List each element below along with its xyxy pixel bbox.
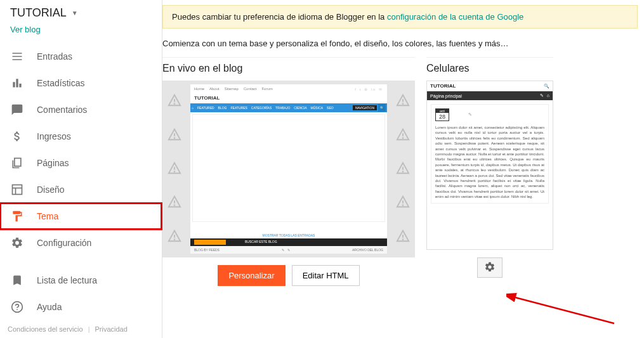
svg-point-18	[174, 239, 175, 240]
pencil-icon: ✎	[540, 93, 544, 98]
sidebar-item-label: Lista de lectura	[37, 275, 97, 285]
preview-side-right	[391, 81, 415, 257]
gear-icon	[484, 261, 496, 275]
google-account-settings-link[interactable]: configuración de la cuenta de Google	[387, 12, 523, 22]
chevron-down-icon: ▼	[72, 10, 78, 16]
svg-point-24	[403, 171, 404, 172]
warning-icon	[396, 161, 410, 177]
svg-rect-0	[13, 82, 15, 87]
stats-icon	[10, 76, 24, 90]
sidebar-item-earnings[interactable]: Ingresos	[0, 123, 162, 150]
svg-rect-4	[13, 185, 22, 195]
sidebar-item-theme[interactable]: Tema	[0, 203, 162, 230]
posts-icon	[10, 49, 24, 63]
sidebar-item-label: Entradas	[37, 51, 72, 62]
svg-point-14	[174, 171, 175, 172]
live-preview-panel: En vivo en el blog Home	[162, 57, 415, 286]
edit-html-button[interactable]: Editar HTML	[292, 265, 360, 286]
legal-links: Condiciones del servicio | Privacidad	[0, 320, 162, 338]
sidebar-item-label: Comentarios	[37, 105, 87, 115]
sidebar-item-posts[interactable]: Entradas	[0, 43, 162, 70]
main-content: Puedes cambiar tu preferencia de idioma …	[162, 0, 644, 338]
svg-point-28	[403, 239, 404, 240]
svg-rect-2	[19, 84, 21, 88]
sidebar-item-label: Configuración	[37, 238, 91, 248]
dollar-icon	[10, 129, 24, 143]
sidebar-item-reading-list[interactable]: Lista de lectura	[0, 267, 162, 294]
live-preview-title: En vivo en el blog	[162, 57, 415, 74]
sidebar-item-label: Ingresos	[37, 131, 71, 141]
sidebar-item-label: Diseño	[37, 185, 65, 195]
svg-rect-3	[15, 159, 21, 167]
mobile-settings-button[interactable]	[477, 257, 503, 278]
gear-icon	[10, 236, 24, 250]
warning-icon	[396, 127, 410, 143]
sidebar-item-stats[interactable]: Estadísticas	[0, 70, 162, 96]
sidebar-item-label: Tema	[37, 211, 58, 221]
sidebar-item-label: Páginas	[37, 158, 69, 168]
svg-point-8	[16, 309, 18, 310]
sidebar-item-pages[interactable]: Páginas	[0, 150, 162, 176]
svg-point-16	[174, 205, 175, 205]
comments-icon	[10, 103, 24, 117]
warning-icon	[396, 195, 410, 211]
sidebar-item-settings[interactable]: Configuración	[0, 230, 162, 256]
svg-point-10	[174, 103, 175, 104]
terms-link[interactable]: Condiciones del servicio	[8, 325, 83, 333]
sidebar-item-label: Estadísticas	[37, 78, 84, 88]
svg-point-12	[174, 138, 175, 138]
pencil-icon: ✎	[468, 112, 472, 117]
warning-icon	[168, 161, 181, 177]
theme-icon	[10, 209, 24, 223]
bookmark-icon	[10, 273, 24, 287]
warning-icon	[396, 229, 410, 245]
live-preview-screen[interactable]: Home About Sitemap Contact Forum f t ⊕ i…	[190, 84, 387, 254]
warning-icon	[168, 93, 181, 109]
sidebar-item-help[interactable]: Ayuda	[0, 294, 162, 320]
sidebar-item-layout[interactable]: Diseño	[0, 176, 162, 203]
warning-icon	[168, 127, 181, 143]
intro-text: Comienza con un tema base y personaliza …	[162, 39, 638, 48]
svg-rect-1	[16, 79, 18, 87]
warning-icon	[396, 93, 410, 109]
mobile-preview-screen[interactable]: TUTORIAL 🔍 Página principal ✎⌂ oct 28	[426, 81, 553, 250]
layout-icon	[10, 183, 24, 197]
mobile-preview-title: Celulares	[426, 57, 553, 74]
sidebar-item-comments[interactable]: Comentarios	[0, 96, 162, 123]
warning-icon	[168, 195, 181, 211]
help-icon	[10, 300, 24, 314]
customize-button[interactable]: Personalizar	[218, 265, 285, 286]
view-blog-link[interactable]: Ver blog	[0, 21, 162, 43]
warning-icon	[168, 229, 181, 245]
mobile-preview-panel: Celulares TUTORIAL 🔍 Página principal ✎⌂…	[426, 57, 553, 286]
blog-selector[interactable]: TUTORIAL ▼	[0, 4, 162, 21]
home-icon: ⌂	[547, 93, 549, 98]
pages-icon	[10, 156, 24, 170]
svg-point-20	[403, 103, 404, 104]
sidebar: TUTORIAL ▼ Ver blog Entradas Estadística…	[0, 0, 162, 338]
preview-side-left	[162, 81, 187, 257]
blog-name: TUTORIAL	[10, 6, 67, 20]
svg-point-22	[403, 138, 404, 138]
svg-point-26	[403, 205, 404, 205]
language-notice: Puedes cambiar tu preferencia de idioma …	[162, 5, 638, 29]
privacy-link[interactable]: Privacidad	[95, 325, 127, 333]
search-icon: 🔍	[544, 84, 549, 89]
sidebar-item-label: Ayuda	[37, 302, 62, 312]
